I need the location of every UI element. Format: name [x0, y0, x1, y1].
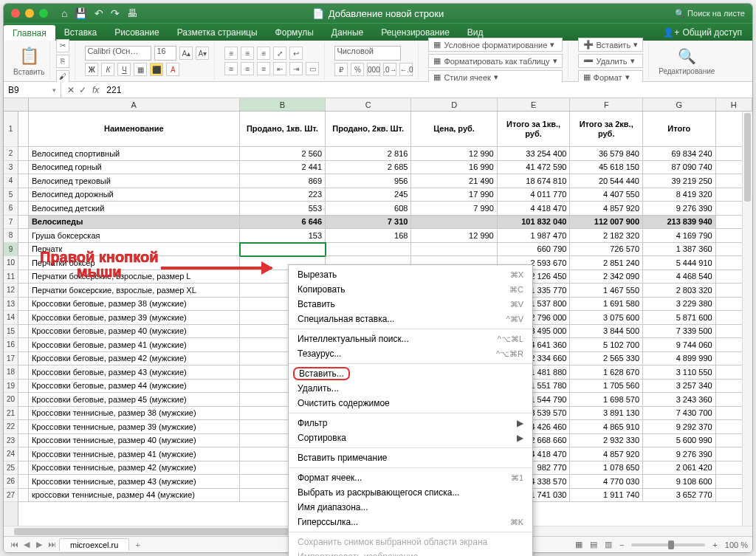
zoom-slider[interactable] — [631, 543, 705, 546]
row-header-18[interactable]: 18 — [4, 365, 18, 380]
cell[interactable]: 3 075 600 — [570, 311, 643, 325]
cell[interactable]: 2 342 090 — [570, 270, 643, 284]
cell[interactable]: 6 646 — [240, 216, 326, 230]
cell[interactable]: 9 276 390 — [643, 202, 716, 216]
comma-icon[interactable]: 000 — [367, 63, 380, 76]
row-header-11[interactable]: 11 — [4, 270, 18, 284]
cell[interactable]: 5 600 990 — [643, 434, 716, 448]
cell[interactable]: 112 007 900 — [570, 216, 643, 230]
context-menu-item[interactable]: Копировать⌘C — [289, 282, 532, 297]
context-menu-item[interactable]: Гиперссылка...⌘K — [289, 515, 532, 529]
cell[interactable]: 1 387 360 — [643, 243, 716, 257]
cell[interactable]: 726 570 — [570, 243, 643, 257]
cell[interactable]: 3 257 340 — [643, 380, 716, 394]
row-header-3[interactable]: 3 — [4, 161, 18, 175]
align-center-icon[interactable]: ≡ — [241, 62, 254, 75]
cell[interactable]: 245 — [326, 188, 411, 202]
cell[interactable]: 1 078 650 — [570, 461, 643, 476]
cell[interactable]: 608 — [326, 202, 411, 216]
context-menu-item[interactable]: Удалить... — [289, 381, 532, 396]
cell[interactable]: 2 565 330 — [570, 352, 643, 366]
cell[interactable]: 1 987 470 — [498, 229, 571, 243]
row-header-15[interactable]: 15 — [4, 325, 18, 339]
italic-icon[interactable]: К — [101, 63, 114, 76]
cell[interactable]: 4 418 470 — [498, 202, 571, 216]
cell[interactable]: Кроссовки беговые, размер 42 (мужские) — [29, 352, 240, 366]
add-sheet-icon[interactable]: + — [131, 540, 144, 549]
cell[interactable]: Кроссовки беговые, размер 39 (мужские) — [29, 311, 240, 325]
formula-input[interactable] — [103, 82, 752, 97]
cell[interactable] — [326, 243, 411, 257]
cell[interactable]: 12 990 — [411, 147, 497, 161]
zoom-out-icon[interactable]: − — [619, 540, 624, 549]
row-header-6[interactable]: 6 — [4, 202, 18, 216]
context-menu-item[interactable]: Вставить... — [289, 366, 532, 381]
row-header-9[interactable]: 9 — [4, 243, 18, 257]
format-as-table-button[interactable]: ▦ Форматировать как таблицу ▾ — [428, 54, 562, 68]
tab-formulas[interactable]: Формулы — [267, 24, 323, 41]
cell[interactable]: 2 932 330 — [570, 434, 643, 448]
cell[interactable]: кроссовки теннисные, размер 44 (мужские) — [29, 489, 240, 503]
currency-icon[interactable]: ₽ — [334, 63, 348, 76]
fill-color-icon[interactable]: ⬛ — [150, 63, 163, 76]
row-header-5[interactable]: 5 — [4, 188, 18, 202]
share-button[interactable]: 👤+ Общий доступ — [663, 27, 752, 38]
cell[interactable]: 2 441 — [240, 161, 326, 175]
context-menu-item[interactable]: Имя диапазона... — [289, 500, 532, 515]
cell[interactable]: 223 — [240, 188, 326, 202]
header-cell[interactable]: Итого за 2кв., руб. — [570, 111, 643, 147]
fx-icon[interactable]: fx — [92, 85, 103, 95]
row-header-10[interactable]: 10 — [4, 256, 18, 270]
percent-icon[interactable]: % — [351, 63, 364, 76]
bold-icon[interactable]: Ж — [85, 63, 98, 76]
align-top-icon[interactable]: ≡ — [224, 47, 238, 60]
cell[interactable]: 41 472 590 — [498, 161, 571, 175]
search-box[interactable]: 🔍 Поиск на листе — [675, 9, 745, 18]
align-bottom-icon[interactable]: ≡ — [257, 47, 270, 60]
row-header-16[interactable]: 16 — [4, 338, 18, 352]
cell[interactable]: Велосипеды — [29, 216, 240, 230]
cell[interactable] — [411, 216, 497, 230]
row-header-7[interactable]: 7 — [4, 216, 18, 230]
cell[interactable]: Кроссовки теннисные, размер 42 (мужские) — [29, 461, 240, 476]
cell[interactable]: 3 844 500 — [570, 325, 643, 339]
row-header-24[interactable]: 24 — [4, 447, 18, 461]
cell[interactable]: 2 182 320 — [570, 229, 643, 243]
row-header-20[interactable]: 20 — [4, 393, 18, 407]
cell[interactable]: 21 490 — [411, 174, 497, 188]
cell[interactable]: Велосипед горный — [29, 161, 240, 175]
cell[interactable]: 168 — [326, 229, 411, 243]
format-painter-icon[interactable]: 🖌 — [56, 70, 69, 83]
cell[interactable]: 7 430 700 — [643, 407, 716, 421]
font-color-icon[interactable]: A — [166, 63, 179, 76]
row-header-14[interactable]: 14 — [4, 311, 18, 325]
column-header-E[interactable]: E — [498, 98, 571, 111]
context-menu-item[interactable]: Выбрать из раскрывающегося списка... — [289, 485, 532, 500]
row-header-23[interactable]: 23 — [4, 434, 18, 448]
delete-cells-button[interactable]: ➖ Удалить ▾ — [578, 54, 644, 68]
header-cell[interactable]: Итого за 1кв., руб. — [498, 111, 571, 147]
insert-cells-button[interactable]: ➕ Вставить ▾ — [578, 38, 644, 52]
cell[interactable]: Кроссовки теннисные, размер 41 (мужские) — [29, 447, 240, 461]
row-header-12[interactable]: 12 — [4, 284, 18, 298]
cell[interactable]: 39 219 250 — [643, 174, 716, 188]
cell[interactable]: 45 618 150 — [570, 161, 643, 175]
cut-icon[interactable]: ✂ — [56, 39, 69, 52]
minimize-window-icon[interactable] — [25, 9, 34, 18]
font-size-select[interactable]: 16 — [154, 46, 176, 61]
header-cell[interactable]: Продано, 2кв. Шт. — [326, 111, 411, 147]
cell[interactable]: 9 276 390 — [643, 447, 716, 461]
font-name-select[interactable]: Calibri (Осн… — [85, 46, 151, 61]
accept-formula-icon[interactable]: ✓ — [79, 85, 86, 95]
cell[interactable]: 7 339 500 — [643, 325, 716, 339]
header-cell[interactable]: Итого — [643, 111, 716, 147]
select-all-corner[interactable] — [4, 98, 29, 111]
sheet-nav-next-icon[interactable]: ▶ — [33, 540, 45, 549]
cell[interactable] — [411, 243, 497, 257]
cell[interactable]: 36 579 840 — [570, 147, 643, 161]
cell[interactable]: 5 871 600 — [643, 311, 716, 325]
cell[interactable]: 4 865 910 — [570, 420, 643, 434]
increase-font-icon[interactable]: A▴ — [179, 47, 193, 60]
cell[interactable]: Кроссовки теннисные, размер 40 (мужские) — [29, 434, 240, 448]
column-header-D[interactable]: D — [411, 98, 497, 111]
